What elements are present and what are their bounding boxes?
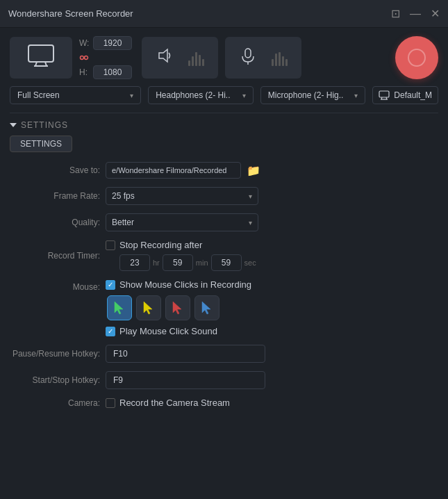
height-input[interactable]: 1080: [93, 65, 132, 79]
monitor-value: Default_M: [394, 90, 432, 100]
pause-hotkey-content: F10: [106, 345, 438, 363]
monitor-dropdown[interactable]: Default_M: [372, 86, 438, 104]
record-inner: [408, 49, 426, 67]
camera-stream-checkbox[interactable]: [106, 398, 115, 408]
audio-block: [142, 37, 218, 79]
divider-1: [10, 113, 438, 113]
mic-bar-5: [285, 59, 288, 66]
camera-stream-row: Record the Camera Stream: [106, 398, 230, 408]
bar-4: [199, 55, 201, 66]
record-button[interactable]: [395, 36, 438, 79]
svg-rect-0: [28, 45, 53, 62]
window-controls: ⊡ — ✕: [391, 8, 440, 19]
show-mouse-clicks-checkbox[interactable]: [106, 280, 115, 290]
frame-rate-row: Frame Rate: 25 fps ▾: [10, 187, 438, 205]
maximize-button[interactable]: ⊡: [391, 8, 400, 19]
collapse-triangle-icon[interactable]: [10, 123, 17, 127]
speaker-icon: [156, 47, 174, 69]
audio-dropdown[interactable]: Headphones (2- Hi.. ▾: [148, 86, 254, 104]
save-path-input[interactable]: e/Wondershare Filmora/Recorded: [106, 162, 241, 179]
cursor-style-green[interactable]: [107, 295, 132, 320]
svg-marker-14: [115, 302, 123, 314]
screen-mode-dropdown[interactable]: Full Screen ▾: [10, 86, 141, 104]
record-timer-content: Stop Recording after 23 hr 59 min 59 sec: [106, 240, 438, 271]
svg-marker-16: [173, 302, 181, 314]
height-label: H:: [79, 67, 89, 77]
close-button[interactable]: ✕: [431, 8, 440, 19]
chevron-down-icon-5: ▾: [249, 219, 252, 227]
monitor-icon: [27, 44, 55, 72]
chevron-down-icon-2: ▾: [242, 92, 246, 99]
svg-rect-8: [245, 49, 251, 58]
mic-value: Microphone (2- Hig..: [268, 90, 344, 100]
camera-stream-label: Record the Camera Stream: [119, 398, 230, 408]
pause-hotkey-row: Pause/Resume Hotkey: F10: [10, 345, 438, 363]
svg-rect-10: [379, 91, 389, 97]
quality-dropdown[interactable]: Better ▾: [106, 213, 258, 231]
stop-recording-row: Stop Recording after: [106, 240, 256, 250]
timer-seconds-input[interactable]: 59: [211, 254, 242, 271]
frame-rate-content: 25 fps ▾: [106, 187, 438, 205]
save-to-label: Save to:: [10, 165, 100, 175]
stop-recording-label: Stop Recording after: [119, 240, 202, 250]
bar-1: [188, 60, 190, 66]
cursor-style-red[interactable]: [165, 295, 190, 320]
svg-point-4: [81, 56, 84, 60]
mouse-label: Mouse:: [10, 282, 100, 292]
quality-content: Better ▾: [106, 213, 438, 231]
mic-bar-1: [272, 59, 274, 66]
cursor-style-blue[interactable]: [194, 295, 219, 320]
mic-block: [225, 37, 301, 79]
timer-hours-input[interactable]: 23: [119, 254, 150, 271]
height-row: H: 1080: [79, 65, 132, 79]
sec-label: sec: [244, 259, 256, 267]
start-hotkey-content: F9: [106, 371, 438, 389]
width-label: W:: [79, 38, 89, 48]
min-label: min: [196, 259, 208, 267]
minimize-button[interactable]: —: [410, 8, 421, 19]
svg-marker-15: [144, 302, 152, 314]
mic-bars: [272, 49, 288, 66]
frame-rate-label: Frame Rate:: [10, 191, 100, 201]
width-input[interactable]: 1920: [93, 36, 132, 50]
mic-bar-3: [279, 52, 281, 66]
frame-rate-value: 25 fps: [112, 191, 135, 201]
bar-2: [192, 56, 194, 66]
svg-marker-7: [159, 49, 167, 62]
screen-preview-box: [10, 37, 72, 79]
chevron-down-icon: ▾: [130, 92, 133, 99]
bar-3: [195, 52, 197, 66]
dropdown-row: Full Screen ▾ Headphones (2- Hi.. ▾ Micr…: [10, 86, 438, 104]
top-controls: W: 1920 H: 1080: [10, 36, 438, 79]
main-area: W: 1920 H: 1080: [0, 28, 448, 422]
folder-icon[interactable]: 📁: [247, 164, 260, 177]
settings-tab[interactable]: SETTINGS: [10, 136, 72, 152]
audio-value: Headphones (2- Hi..: [156, 90, 230, 100]
mouse-content: Show Mouse Clicks in Recording: [106, 279, 438, 336]
quality-value: Better: [112, 218, 134, 227]
show-mouse-clicks-label: Show Mouse Clicks in Recording: [119, 279, 251, 290]
mic-icon: [239, 47, 257, 69]
svg-point-5: [85, 56, 88, 60]
frame-rate-dropdown[interactable]: 25 fps ▾: [106, 187, 258, 205]
start-hotkey-label: Start/Stop Hotkey:: [10, 375, 100, 385]
show-mouse-clicks-row: Show Mouse Clicks in Recording: [106, 279, 251, 290]
pause-hotkey-input[interactable]: F10: [106, 345, 265, 363]
screen-mode-value: Full Screen: [17, 90, 60, 100]
monitor-small-icon: [379, 90, 390, 100]
chevron-down-icon-4: ▾: [249, 193, 252, 200]
camera-label: Camera:: [10, 398, 100, 408]
mic-dropdown[interactable]: Microphone (2- Hig.. ▾: [260, 86, 366, 104]
save-to-row: Save to: e/Wondershare Filmora/Recorded …: [10, 162, 438, 179]
settings-title: SETTINGS: [21, 120, 68, 130]
start-hotkey-input[interactable]: F9: [106, 371, 265, 389]
play-sound-checkbox[interactable]: [106, 327, 115, 336]
cursor-style-yellow[interactable]: [136, 295, 161, 320]
stop-recording-checkbox[interactable]: [106, 240, 115, 250]
settings-header: SETTINGS: [10, 120, 438, 130]
cursor-style-row: [107, 295, 251, 320]
pause-hotkey-label: Pause/Resume Hotkey:: [10, 349, 100, 359]
timer-minutes-input[interactable]: 59: [163, 254, 193, 271]
bar-5: [202, 59, 204, 66]
quality-label: Quality:: [10, 218, 100, 227]
